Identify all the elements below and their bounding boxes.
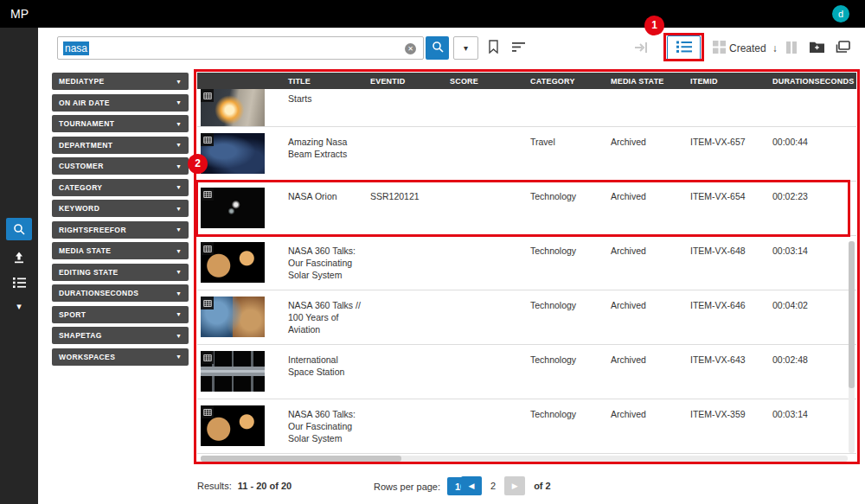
thumbnail[interactable] [201,297,265,337]
cell-category [528,89,608,127]
rail-more-item[interactable]: ▾ [0,301,38,312]
table-row[interactable]: Starts [197,89,856,127]
caret-down-icon: ▾ [464,43,468,53]
filter-item[interactable]: KEYWORD ▼ [52,200,189,217]
grid-view-button[interactable] [708,38,730,59]
filter-item[interactable]: DEPARTMENT ▼ [52,137,189,154]
table-row[interactable]: NASA 360 Talks // 100 Years of Aviation … [197,290,856,345]
upload-icon [12,251,26,268]
rail-search-item[interactable] [0,218,38,240]
pager-total: of 2 [534,481,551,491]
column-header[interactable]: EVENTID [368,73,447,89]
column-header[interactable]: CATEGORY [528,73,608,89]
clear-search-icon[interactable]: ✕ [405,43,416,54]
add-folder-button[interactable] [804,37,829,60]
cell-title: NASA 360 Talks: Our Fascinating Solar Sy… [285,399,368,453]
cell-category: Travel [528,127,608,181]
chevron-down-icon: ▼ [176,163,182,169]
cell-score [447,89,528,127]
thumbnail[interactable] [201,405,265,446]
table-row[interactable]: Amazing Nasa Beam Extracts Travel Archiv… [197,127,856,182]
search-options-button[interactable]: ▾ [453,36,478,60]
vertical-scrollbar-thumb[interactable] [849,241,855,388]
filter-item[interactable]: CATEGORY ▼ [52,179,189,196]
pager-prev-button[interactable]: ◀ [461,476,482,495]
cell-media-state: Archived [608,290,688,344]
column-header[interactable]: MEDIA STATE [608,73,688,89]
prev-arrow-icon: ◀ [469,482,475,490]
filter-item[interactable]: MEDIA STATE ▼ [52,242,189,259]
cell-itemid: ITEM-VX-646 [688,290,770,344]
table-row[interactable]: International Space Station Technology A… [197,345,856,399]
filter-item[interactable]: MEDIATYPE ▼ [52,73,189,90]
cell-itemid: ITEM-VX-359 [688,399,770,453]
filter-item[interactable]: EDITING STATE ▼ [52,264,189,281]
sort-dropdown[interactable]: Created ↓ [729,38,778,59]
horizontal-scrollbar-thumb[interactable] [201,456,401,462]
column-header[interactable]: TITLE [285,73,368,89]
search-button[interactable] [426,36,449,60]
cell-category: Technology [528,399,608,453]
move-selection-button[interactable] [630,38,652,59]
table-row[interactable]: NASA 360 Talks: Our Fascinating Solar Sy… [197,236,856,290]
filter-item[interactable]: SPORT ▼ [52,306,189,323]
cell-itemid [688,89,770,127]
media-type-badge-icon [201,188,214,201]
filter-item[interactable]: TOURNAMENT ▼ [52,115,189,132]
cell-media-state: Archived [608,127,688,181]
pager-next-button[interactable]: ▶ [504,476,525,495]
column-header[interactable]: SCORE [447,73,528,89]
rail-upload-item[interactable] [0,251,38,268]
column-header[interactable]: ITEMID [688,73,770,89]
vertical-scrollbar[interactable] [849,241,855,453]
collections-button[interactable] [830,37,855,60]
cell-media-state: Archived [608,182,688,235]
filter-item[interactable]: SHAPETAG ▼ [52,327,189,344]
media-type-badge-icon [201,405,214,418]
media-type-badge-icon [201,351,214,364]
sort-label: Created [729,42,766,54]
horizontal-scrollbar[interactable] [201,456,848,462]
thumbnail[interactable] [201,242,265,283]
filter-item[interactable]: CUSTOMER ▼ [52,157,189,175]
list-view-button[interactable] [667,35,701,61]
cell-title: NASA 360 Talks: Our Fascinating Solar Sy… [285,236,368,290]
chevron-down-icon: ▼ [176,99,182,105]
thumbnail[interactable] [201,188,265,228]
results-value: 11 - 20 of 20 [238,481,292,491]
filter-item[interactable]: ON AIR DATE ▼ [52,94,189,112]
split-view-button[interactable] [783,38,800,59]
search-input[interactable]: nasa ✕ [57,36,424,60]
cell-title: Starts [285,89,368,127]
filter-button[interactable] [508,36,529,60]
rail-queue-item[interactable] [0,277,38,292]
cell-media-state: Archived [608,236,688,290]
cell-title: NASA 360 Talks // 100 Years of Aviation [285,290,368,344]
chevron-down-icon: ▾ [16,301,22,312]
cell-duration: 00:00:44 [770,127,856,181]
thumbnail[interactable] [201,89,265,127]
search-text: nasa [63,41,89,55]
thumbnail[interactable] [201,351,265,392]
bookmark-button[interactable] [483,36,503,60]
filter-label: CATEGORY [59,183,102,192]
filter-item[interactable]: WORKSPACES ▼ [52,348,189,366]
thumbnail[interactable] [201,133,265,174]
table-row[interactable]: NASA Orion SSR120121 Technology Archived… [197,182,856,236]
cell-eventid [368,127,447,181]
filter-label: EDITING STATE [59,268,119,277]
filter-item[interactable]: DURATIONSECONDS ▼ [52,284,189,302]
avatar[interactable]: d [832,5,849,22]
cell-eventid [368,236,447,290]
cell-duration: 00:03:14 [770,236,856,290]
cell-score [447,290,528,344]
filter-item[interactable]: RIGHTSFREEFOR ▼ [52,221,189,239]
cell-eventid [368,345,447,399]
column-header[interactable]: DURATIONSECONDS [770,73,856,89]
list-view-icon [676,40,693,56]
table-row[interactable]: NASA 360 Talks: Our Fascinating Solar Sy… [197,399,856,454]
chevron-down-icon: ▼ [176,311,182,317]
filter-label: CUSTOMER [59,162,104,170]
column-header[interactable] [197,73,285,89]
cell-eventid [368,290,447,344]
